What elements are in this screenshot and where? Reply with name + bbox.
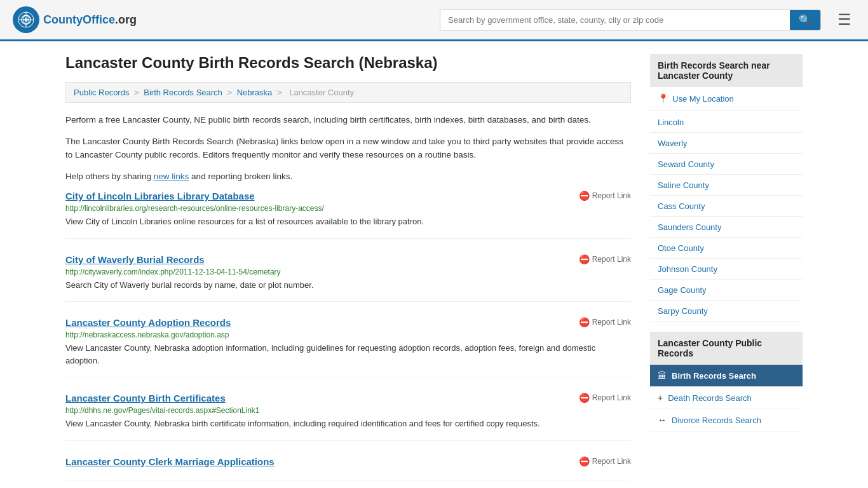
nearby-location-link[interactable]: Saunders County bbox=[658, 222, 721, 232]
report-link[interactable]: ⛔ Report Link bbox=[579, 317, 631, 327]
sidebar-nearby-location[interactable]: Johnson County bbox=[650, 259, 803, 280]
public-records-section-title: Lancaster County Public Records bbox=[650, 332, 803, 365]
record-url[interactable]: http://citywaverly.com/index.php/2011-12… bbox=[65, 268, 631, 276]
record-type-icon: ↔ bbox=[658, 415, 667, 425]
breadcrumb-nebraska[interactable]: Nebraska bbox=[237, 88, 273, 97]
logo-text: CountyOffice.org bbox=[43, 13, 137, 27]
new-links-link[interactable]: new links bbox=[154, 172, 189, 181]
breadcrumb: Public Records > Birth Records Search > … bbox=[65, 82, 631, 103]
record-entry: City of Lincoln Libraries Library Databa… bbox=[65, 191, 631, 239]
report-icon: ⛔ bbox=[579, 191, 590, 201]
report-link[interactable]: ⛔ Report Link bbox=[579, 393, 631, 403]
logo-icon bbox=[13, 6, 39, 33]
record-desc: View Lancaster County, Nebraska adoption… bbox=[65, 342, 631, 367]
public-records-list: 🏛 Birth Records Search + Death Records S… bbox=[650, 365, 803, 431]
page-title: Lancaster County Birth Records Search (N… bbox=[65, 54, 631, 72]
description-para2: The Lancaster County Birth Records Searc… bbox=[65, 135, 631, 162]
report-link[interactable]: ⛔ Report Link bbox=[579, 191, 631, 201]
nearby-section-title: Birth Records Search near Lancaster Coun… bbox=[650, 54, 803, 87]
location-pin-icon: 📍 bbox=[658, 93, 668, 104]
record-type-icon: 🏛 bbox=[658, 370, 667, 381]
nearby-location-link[interactable]: Cass County bbox=[658, 201, 705, 211]
record-type-icon: + bbox=[658, 393, 663, 403]
main-container: Lancaster County Birth Records Search (N… bbox=[53, 41, 815, 488]
breadcrumb-county: Lancaster County bbox=[289, 88, 354, 97]
record-entry: Lancaster County Adoption Records ⛔ Repo… bbox=[65, 317, 631, 377]
breadcrumb-public-records[interactable]: Public Records bbox=[74, 88, 129, 97]
search-bar: 🔍 bbox=[440, 10, 821, 30]
svg-point-5 bbox=[25, 18, 28, 22]
record-title-link[interactable]: Lancaster County Clerk Marriage Applicat… bbox=[65, 456, 275, 467]
nearby-location-link[interactable]: Lincoln bbox=[658, 118, 684, 127]
use-location[interactable]: 📍 Use My Location bbox=[650, 87, 803, 111]
sidebar-record-item[interactable]: + Death Records Search bbox=[650, 387, 803, 409]
search-button[interactable]: 🔍 bbox=[790, 10, 820, 30]
nearby-location-link[interactable]: Johnson County bbox=[658, 264, 717, 274]
report-icon: ⛔ bbox=[579, 456, 590, 466]
report-link[interactable]: ⛔ Report Link bbox=[579, 456, 631, 466]
sidebar-nearby-location[interactable]: Cass County bbox=[650, 196, 803, 217]
site-header: CountyOffice.org 🔍 ☰ bbox=[0, 0, 868, 41]
report-icon: ⛔ bbox=[579, 317, 590, 327]
nearby-location-link[interactable]: Gage County bbox=[658, 285, 707, 295]
record-title-link[interactable]: Lancaster County Adoption Records bbox=[65, 317, 231, 328]
record-title-link[interactable]: City of Lincoln Libraries Library Databa… bbox=[65, 191, 255, 201]
sidebar-nearby-location[interactable]: Sarpy County bbox=[650, 301, 803, 322]
record-title-link[interactable]: City of Waverly Burial Records bbox=[65, 254, 205, 265]
report-label: Report Link bbox=[592, 457, 631, 466]
report-label: Report Link bbox=[592, 191, 631, 200]
content-area: Lancaster County Birth Records Search (N… bbox=[65, 54, 631, 488]
description-para1: Perform a free Lancaster County, NE publ… bbox=[65, 113, 631, 127]
search-input[interactable] bbox=[440, 10, 790, 30]
report-icon: ⛔ bbox=[579, 393, 590, 403]
record-desc: View City of Lincoln Libraries online re… bbox=[65, 215, 631, 228]
menu-icon[interactable]: ☰ bbox=[834, 11, 855, 29]
record-url[interactable]: http://nebraskaccess.nebraska.gov/adopti… bbox=[65, 330, 631, 339]
record-entry: Lancaster County Clerk Marriage Applicat… bbox=[65, 456, 631, 480]
record-url[interactable]: http://dhhs.ne.gov/Pages/vital-records.a… bbox=[65, 406, 631, 415]
sidebar-nearby-location[interactable]: Otoe County bbox=[650, 238, 803, 259]
report-label: Report Link bbox=[592, 255, 631, 264]
sidebar-nearby-location[interactable]: Saline County bbox=[650, 175, 803, 196]
sidebar-record-item[interactable]: ↔ Divorce Records Search bbox=[650, 409, 803, 431]
record-entry: Lancaster County Birth Certificates ⛔ Re… bbox=[65, 393, 631, 441]
sidebar-nearby-location[interactable]: Saunders County bbox=[650, 217, 803, 238]
use-my-location-link[interactable]: Use My Location bbox=[672, 94, 734, 104]
nearby-location-link[interactable]: Saline County bbox=[658, 180, 709, 190]
nearby-location-link[interactable]: Seward County bbox=[658, 159, 714, 169]
nearby-location-link[interactable]: Waverly bbox=[658, 139, 687, 148]
sidebar: Birth Records Search near Lancaster Coun… bbox=[650, 54, 803, 488]
description-para3: Help others by sharing new links and rep… bbox=[65, 170, 631, 184]
nearby-locations-list: LincolnWaverlySeward CountySaline County… bbox=[650, 111, 803, 322]
record-type-label: Birth Records Search bbox=[672, 371, 756, 381]
sidebar-record-item[interactable]: 🏛 Birth Records Search bbox=[650, 365, 803, 387]
report-icon: ⛔ bbox=[579, 254, 590, 264]
record-type-link[interactable]: Death Records Search bbox=[668, 393, 752, 403]
nearby-location-link[interactable]: Sarpy County bbox=[658, 306, 708, 316]
record-entry: City of Waverly Burial Records ⛔ Report … bbox=[65, 254, 631, 302]
sidebar-nearby-location[interactable]: Seward County bbox=[650, 154, 803, 175]
record-type-link[interactable]: Divorce Records Search bbox=[672, 416, 761, 425]
report-link[interactable]: ⛔ Report Link bbox=[579, 254, 631, 264]
nearby-location-link[interactable]: Otoe County bbox=[658, 243, 704, 253]
record-url[interactable]: http://lincolnlibraries.org/research-res… bbox=[65, 204, 631, 213]
record-desc: Search City of Waverly burial records by… bbox=[65, 279, 631, 292]
records-list: City of Lincoln Libraries Library Databa… bbox=[65, 191, 631, 480]
record-title-link[interactable]: Lancaster County Birth Certificates bbox=[65, 393, 226, 403]
report-label: Report Link bbox=[592, 318, 631, 327]
sidebar-nearby-location[interactable]: Waverly bbox=[650, 133, 803, 154]
breadcrumb-birth-records[interactable]: Birth Records Search bbox=[144, 88, 222, 97]
sidebar-nearby-location[interactable]: Gage County bbox=[650, 280, 803, 301]
logo-area[interactable]: CountyOffice.org bbox=[13, 6, 137, 33]
report-label: Report Link bbox=[592, 393, 631, 402]
sidebar-nearby-location[interactable]: Lincoln bbox=[650, 111, 803, 133]
record-desc: View Lancaster County, Nebraska birth ce… bbox=[65, 417, 631, 430]
